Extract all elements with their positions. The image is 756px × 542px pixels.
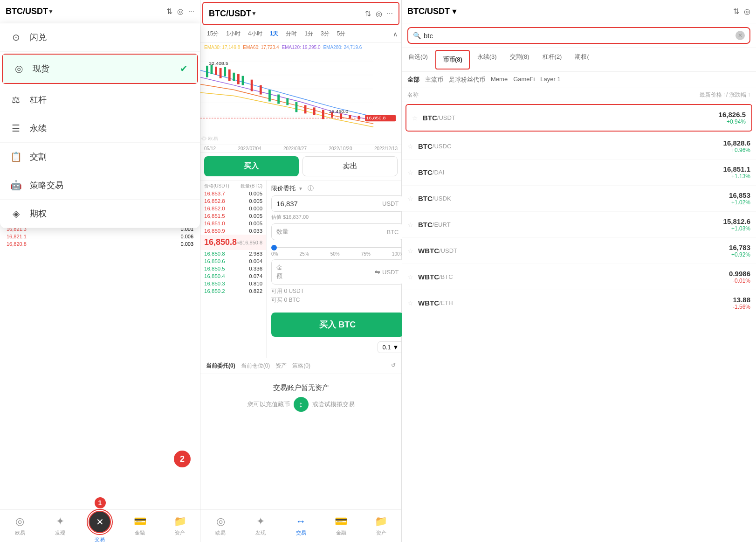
p1-nav-finance[interactable]: 💳 金融 xyxy=(120,510,160,542)
p2-icon-more[interactable]: ··· xyxy=(387,9,393,18)
p2-nav-trade[interactable]: ↔ 交易 xyxy=(281,510,321,542)
p2-tab-3m[interactable]: 3分 xyxy=(318,28,332,40)
p3-star-2[interactable]: ☆ xyxy=(407,169,413,176)
p2-tab-1h[interactable]: 1小时 xyxy=(223,28,243,40)
p1-dropdown-leverage[interactable]: ⚖ 杠杆 xyxy=(0,86,200,114)
p3-cat-mainstream[interactable]: 主流币 xyxy=(425,76,443,84)
p2-ob-b4-price: 16,850.4 xyxy=(204,273,225,279)
p2-slider-track[interactable] xyxy=(271,245,404,250)
p2-swap-circle[interactable]: ↕ xyxy=(294,397,309,412)
p2-price-input[interactable]: USDT xyxy=(271,195,404,212)
p1-nav-discover[interactable]: ✦ 发现 xyxy=(40,510,80,542)
p1-dropdown-arrow[interactable]: ▼ xyxy=(48,8,54,15)
p3-coin-row-3[interactable]: ☆ BTC /USDK 16,853 +1.02% xyxy=(402,186,756,212)
p1-nav-trade[interactable]: ✕ 交易 1 xyxy=(80,510,120,542)
p2-empty-or[interactable]: 或尝试模拟交易 xyxy=(312,400,355,409)
p1-dropdown-spot[interactable]: ◎ 现货 ✔ xyxy=(3,55,197,83)
p3-coin-row-6[interactable]: ☆ WBTC /BTC 0.9986 -0.01% xyxy=(402,264,756,290)
p1-nav-assets[interactable]: 📁 资产 xyxy=(160,510,200,542)
p2-tab-tick[interactable]: 分时 xyxy=(283,28,300,40)
p3-filter-leverage[interactable]: 杠杆(2) xyxy=(536,48,569,71)
p3-search-input[interactable] xyxy=(424,32,733,40)
p3-cat-fan[interactable]: 足球粉丝代币 xyxy=(449,76,485,84)
p2-qty-input[interactable]: 数量 BTC xyxy=(271,223,404,240)
p3-coin-row-2[interactable]: ☆ BTC /DAI 16,851.1 +1.13% xyxy=(402,160,756,186)
p3-search-wrap[interactable]: 🔍 ✕ xyxy=(407,27,750,44)
p3-cat-layer1[interactable]: Layer 1 xyxy=(540,76,560,84)
p2-sell-button[interactable]: 卖出 xyxy=(302,156,398,176)
p1-close-btn[interactable]: ✕ xyxy=(89,511,111,533)
p2-tab-strategy[interactable]: 策略(0) xyxy=(292,362,310,370)
p2-tab-positions[interactable]: 当前仓位(0) xyxy=(241,362,270,370)
p2-nav-finance[interactable]: 💳 金融 xyxy=(321,510,361,542)
p2-tab-assets[interactable]: 资产 xyxy=(275,362,287,370)
p3-cat-gamefi[interactable]: GameFi xyxy=(513,76,535,84)
p2-slider-thumb[interactable] xyxy=(271,245,277,250)
p2-empty-sub[interactable]: 您可以充值藏币 xyxy=(247,400,290,409)
p2-order-info[interactable]: ⓘ xyxy=(308,184,314,193)
p2-amount-input[interactable]: 金额 ⇋ USDT xyxy=(271,259,404,285)
p3-coin-row-0[interactable]: ☆ BTC /USDT 16,826.5 +0.94% xyxy=(405,104,752,132)
p2-price-field[interactable] xyxy=(276,200,382,208)
p1-dropdown-delivery[interactable]: 📋 交割 xyxy=(0,143,200,171)
p3-filter-perpetual[interactable]: 永续(3) xyxy=(471,48,503,71)
p3-star-1[interactable]: ☆ xyxy=(407,143,413,150)
p3-star-7[interactable]: ☆ xyxy=(407,299,413,307)
p3-star-5[interactable]: ☆ xyxy=(407,247,413,255)
p1-icon-target[interactable]: ◎ xyxy=(177,7,184,16)
p1-pair-title[interactable]: BTC/USDT xyxy=(6,7,48,16)
p1-icon-more[interactable]: ··· xyxy=(188,7,194,16)
p2-qty-selector[interactable]: 0.1 ▼ xyxy=(378,341,404,353)
p2-header: BTC/USDT ▼ ⇅ ◎ ··· xyxy=(202,2,399,25)
p3-icon2[interactable]: ◎ xyxy=(744,7,750,16)
p2-tab-15m[interactable]: 15分 xyxy=(204,28,221,40)
p2-tab-more[interactable]: ∧ xyxy=(393,30,398,38)
p1-icon-swap[interactable]: ⇅ xyxy=(166,7,172,16)
p2-tab-orders[interactable]: 当前委托(0) xyxy=(206,362,235,370)
p3-search-clear[interactable]: ✕ xyxy=(735,31,745,40)
p2-nav-discover[interactable]: ✦ 发现 xyxy=(241,510,281,542)
p3-cat-meme[interactable]: Meme xyxy=(491,76,508,84)
p2-nav-okx[interactable]: ◎ 欧易 xyxy=(200,510,241,542)
p3-coin-row-4[interactable]: ☆ BTC /EURT 15,812.6 +1.03% xyxy=(402,212,756,238)
p3-coin-row-7[interactable]: ☆ WBTC /ETH 13.88 -1.56% xyxy=(402,290,756,316)
p2-qty-arrow[interactable]: ▼ xyxy=(393,344,399,351)
p2-qty-field[interactable] xyxy=(292,228,386,236)
p1-nav-okx[interactable]: ◎ 欧易 xyxy=(0,510,40,542)
p3-coin-row-5[interactable]: ☆ WBTC /USDT 16,783 +0.92% xyxy=(402,238,756,264)
p2-buy-button[interactable]: 买入 xyxy=(204,156,299,176)
p3-coin-row-1[interactable]: ☆ BTC /USDC 16,828.6 +0.96% xyxy=(402,133,756,160)
p2-tab-refresh-icon[interactable]: ↺ xyxy=(391,362,396,370)
p3-cat-all[interactable]: 全部 xyxy=(407,76,419,84)
p3-star-6[interactable]: ☆ xyxy=(407,273,413,281)
p3-star-3[interactable]: ☆ xyxy=(407,195,413,202)
p2-icon-swap[interactable]: ⇅ xyxy=(365,9,371,18)
p2-slider-row[interactable]: 0%25%50%75%100% xyxy=(271,242,404,259)
p1-dropdown-perpetual[interactable]: ☰ 永续 xyxy=(0,114,200,143)
p3-dropdown-arrow[interactable]: ▼ xyxy=(451,7,458,16)
p2-tab-5m[interactable]: 5分 xyxy=(334,28,349,40)
p3-filter-options[interactable]: 期权( xyxy=(568,48,595,71)
p3-icon1[interactable]: ⇅ xyxy=(733,7,739,16)
p2-tab-1d[interactable]: 1天 xyxy=(267,28,282,40)
p2-dropdown-arrow[interactable]: ▼ xyxy=(251,10,257,17)
p2-tab-4h[interactable]: 4小时 xyxy=(245,28,265,40)
p3-filter-delivery[interactable]: 交割(8) xyxy=(503,48,536,71)
p1-dropdown-flash[interactable]: ⊙ 闪兑 xyxy=(0,23,200,52)
p2-amount-field[interactable] xyxy=(286,268,375,276)
p2-ob-s2-price: 16,852.8 xyxy=(204,198,225,204)
p2-icon-target[interactable]: ◎ xyxy=(376,9,382,18)
p2-transfer-icon[interactable]: ⇋ xyxy=(375,268,380,276)
p2-order-type-label[interactable]: 限价委托 xyxy=(271,184,296,193)
p1-dropdown-options[interactable]: ◈ 期权 xyxy=(0,200,200,228)
p2-buy-btc-button[interactable]: 买入 BTC xyxy=(271,313,404,337)
p1-dropdown-strategy[interactable]: 🤖 策略交易 xyxy=(0,171,200,200)
p2-order-type-arrow[interactable]: ▼ xyxy=(298,186,303,191)
p2-pair-title[interactable]: BTC/USDT xyxy=(209,9,251,19)
p3-star-4[interactable]: ☆ xyxy=(407,221,413,229)
p2-nav-assets[interactable]: 📁 资产 xyxy=(361,510,401,542)
p3-filter-spot[interactable]: 币币(8) xyxy=(436,51,469,69)
p3-filter-favorites[interactable]: 自选(0) xyxy=(402,48,434,71)
p2-tab-1m[interactable]: 1分 xyxy=(302,28,316,40)
p3-star-0[interactable]: ☆ xyxy=(412,114,418,122)
